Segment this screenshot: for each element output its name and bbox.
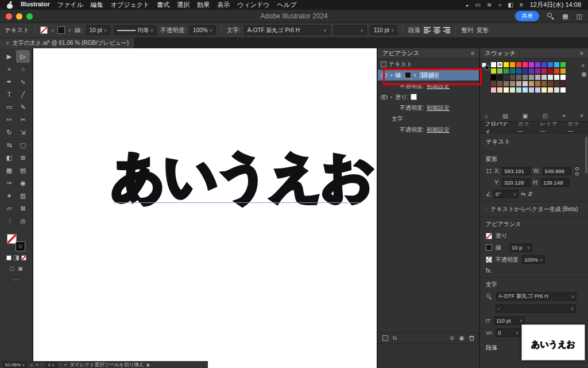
color-swatch[interactable] [490, 87, 497, 93]
menu-item[interactable]: Illustrator [21, 1, 50, 9]
document-tab[interactable]: × 文字の太さ.ai* @ 61.06 % (RGB/プレビュー) [0, 38, 135, 48]
color-swatch[interactable] [541, 80, 547, 87]
opacity-default-link[interactable]: 初期設定 [427, 104, 450, 112]
color-swatch[interactable] [547, 62, 554, 68]
scrollbar[interactable] [585, 137, 587, 174]
opacity-dropdown[interactable]: 100%∨ [189, 25, 216, 35]
stroke-indicator-swatch[interactable] [16, 241, 25, 251]
color-swatch[interactable] [541, 68, 547, 74]
color-swatch[interactable] [547, 68, 554, 74]
add-new-stroke-icon[interactable] [382, 335, 388, 341]
selection-tool[interactable]: ▶ [2, 50, 16, 63]
menu-item[interactable]: ウィンドウ [237, 1, 269, 9]
slice-tool[interactable]: ⊠ [16, 202, 30, 214]
color-swatch[interactable] [516, 62, 522, 68]
color-swatch[interactable] [522, 74, 528, 80]
color-swatch[interactable] [560, 62, 566, 68]
visibility-eye-icon[interactable] [381, 73, 388, 78]
color-swatch[interactable] [522, 68, 528, 74]
menu-item[interactable]: オブジェクト [111, 1, 150, 9]
artboard-number-field[interactable]: 1∨ [46, 362, 57, 368]
color-swatch[interactable] [560, 80, 566, 87]
color-swatch[interactable] [554, 68, 560, 74]
color-swatch[interactable] [554, 74, 560, 80]
color-swatch[interactable] [535, 74, 541, 80]
swatch-options-icon[interactable]: ▣ [523, 113, 528, 119]
gradient-tool[interactable]: ▤ [16, 164, 30, 177]
stroke-color-swatch[interactable] [486, 244, 492, 251]
menu-item[interactable]: 編集 [91, 1, 103, 9]
chevron-down-icon[interactable]: ∨ [390, 73, 393, 78]
registration-swatch[interactable]: ⊕ [497, 62, 503, 68]
color-swatch[interactable] [541, 87, 547, 93]
lasso-tool[interactable]: ○ [16, 63, 30, 75]
tracking-dropdown[interactable]: 0∨ [496, 328, 521, 337]
text-to-vector-row[interactable]: › テキストからベクター生成 (Beta) [486, 205, 582, 214]
align-left-icon[interactable] [424, 27, 431, 34]
swatches-panel-tab[interactable]: スウォッチ [485, 49, 516, 57]
new-swatch-icon[interactable]: + [562, 113, 566, 119]
color-swatch[interactable] [547, 80, 554, 87]
color-swatch[interactable] [516, 87, 522, 93]
menu-item[interactable]: 効果 [197, 1, 210, 9]
zoom-level-dropdown[interactable]: 61.06%∨ [3, 362, 27, 368]
appearance-row-fill[interactable]: ∨ 塗り: [378, 91, 479, 102]
first-artboard-icon[interactable]: « [36, 362, 38, 367]
color-swatch[interactable] [503, 68, 509, 74]
mesh-tool[interactable]: ▦ [2, 164, 16, 177]
color-swatch[interactable] [516, 80, 522, 87]
tab-color-guide[interactable]: カラー [567, 122, 583, 136]
panel-menu-icon[interactable]: ≡ [580, 50, 583, 56]
align-center-icon[interactable] [434, 27, 440, 34]
font-style-dropdown[interactable]: ∨ [334, 25, 367, 35]
font-size-dropdown[interactable]: 110 pt∨ [370, 25, 397, 35]
align-panel-link[interactable]: 整列 [461, 26, 473, 34]
color-swatch[interactable] [535, 62, 541, 68]
color-swatch[interactable] [547, 74, 554, 80]
color-swatch[interactable] [509, 62, 516, 68]
color-swatch[interactable] [497, 74, 503, 80]
keyboard-brightness-icon[interactable]: ◒ [466, 2, 469, 8]
canvas[interactable]: あいうえお [33, 48, 377, 368]
color-swatch[interactable] [528, 74, 535, 80]
apps-grid-icon[interactable]: ▦ [562, 13, 568, 20]
window-zoom-button[interactable] [26, 13, 33, 20]
fx-row[interactable]: fx. [486, 267, 582, 274]
color-swatch[interactable] [554, 62, 560, 68]
appearance-row-text[interactable]: テキスト [378, 59, 479, 70]
pen-tool[interactable]: ✒ [2, 75, 16, 88]
menu-item[interactable]: ヘルプ [277, 1, 297, 9]
opacity-default-link[interactable]: 初期設定 [427, 126, 450, 134]
appearance-row-characters-opacity[interactable]: 不透明度: 初期設定 [378, 124, 479, 135]
fill-color-swatch[interactable] [411, 94, 417, 100]
flip-vertical-icon[interactable]: ⇵ [528, 191, 532, 197]
rectangle-tool[interactable]: ▭ [2, 101, 16, 113]
artboard-tool[interactable]: ▱ [2, 202, 16, 214]
appearance-row-stroke-opacity[interactable]: 不透明度: 初期設定 [378, 80, 479, 91]
chevron-down-icon[interactable]: ∨ [30, 363, 33, 367]
align-right-icon[interactable] [443, 27, 450, 34]
duplicate-item-icon[interactable]: ▣ [459, 335, 464, 341]
thumbnail-view-icon[interactable]: ▦ [581, 71, 586, 77]
gradient-mode-button[interactable] [14, 255, 19, 260]
rotate-tool[interactable]: ↻ [2, 126, 16, 139]
h-input[interactable]: 139.149 [541, 178, 570, 187]
color-swatch[interactable] [509, 80, 516, 87]
zoom-tool[interactable]: ◎ [16, 214, 30, 227]
tab-layers[interactable]: レイヤー [540, 122, 561, 136]
color-swatch[interactable] [535, 68, 541, 74]
delete-swatch-icon[interactable]: × [580, 113, 583, 119]
color-swatch[interactable] [528, 68, 535, 74]
font-family-dropdown[interactable]: A-OTF 新丸ゴ Pr6 H∨ [244, 25, 330, 35]
menu-item[interactable]: 表示 [217, 1, 230, 9]
color-swatch[interactable] [516, 68, 522, 74]
menu-extras-icon[interactable]: ≡ [520, 2, 523, 8]
flip-horizontal-icon[interactable]: ⇋ [521, 191, 525, 197]
panel-menu-icon[interactable]: ≡ [471, 50, 474, 56]
stroke-weight-dropdown[interactable]: 10 pt∨ [86, 25, 110, 35]
color-swatch[interactable] [522, 80, 528, 87]
next-artboard-icon[interactable]: › [60, 362, 61, 367]
direct-selection-tool[interactable]: ▷ [16, 50, 30, 63]
share-button[interactable]: 共有 [515, 11, 539, 21]
stroke-weight-dropdown[interactable]: 10 pt∨ [419, 71, 440, 79]
